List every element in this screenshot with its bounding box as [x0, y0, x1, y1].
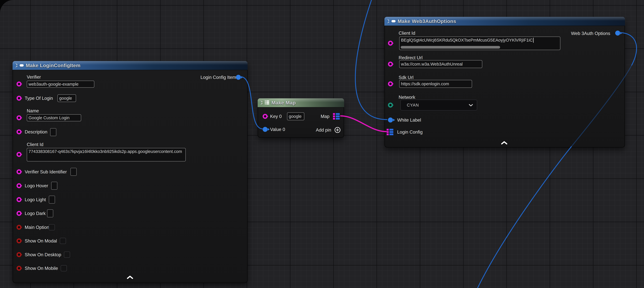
input-pin-login-config[interactable]	[387, 129, 393, 135]
pin-label-redirect-url: Redirect Url	[398, 55, 422, 61]
wire-web3authoptions-out-c[interactable]	[477, 147, 571, 288]
pin-label-verifier: Verifier	[27, 74, 41, 80]
pin-label-white-label: White Label	[397, 117, 421, 123]
collapse-node-chevron-icon[interactable]	[127, 275, 133, 279]
pin-label-logo-dark: Logo Dark	[25, 211, 46, 216]
logo-light-input[interactable]	[49, 196, 55, 204]
input-pin-show-on-mobile[interactable]	[16, 266, 22, 271]
node-make-web3authoptions[interactable]: ↘↗ Make Web3AuthOptions Web 3Auth Option…	[384, 17, 625, 148]
collapse-arrows-icon: ↘↗	[387, 19, 390, 24]
node-make-loginconfigitem[interactable]: ↘↗ Make LoginConfigItem Login Config Ite…	[12, 61, 248, 283]
pin-label-key-0: Key 0	[270, 114, 282, 119]
network-selected-value: CYAN	[407, 103, 419, 108]
pin-label-login-config: Login Config	[397, 129, 422, 135]
type-of-login-input[interactable]: google	[58, 94, 76, 102]
client-id-input[interactable]: 774338308167-q463s7kpvja16l4l0kko3nb925i…	[27, 148, 186, 161]
input-pin-verifier-sub-identifier[interactable]	[16, 169, 22, 174]
map-list-icon	[265, 100, 269, 105]
wire-offscreen-to-white-label[interactable]	[355, 0, 387, 120]
logo-dark-input[interactable]	[47, 209, 53, 217]
show-on-modal-checkbox[interactable]	[60, 238, 66, 244]
node-make-map[interactable]: ↘↗ Make Map Key 0 google Map Value 0 Add…	[258, 98, 344, 138]
collapse-node-chevron-icon[interactable]	[501, 141, 508, 145]
make-struct-icon	[20, 64, 24, 67]
node-title: Make LoginConfigItem	[26, 63, 80, 68]
logo-hover-input[interactable]	[51, 182, 57, 190]
verifier-input[interactable]: web3auth-google-example	[27, 81, 94, 88]
add-pin-label: Add pin	[316, 127, 331, 133]
output-pin-web3auth-options[interactable]	[615, 31, 620, 36]
input-pin-client-id[interactable]	[16, 152, 22, 157]
pin-label-client-id: Client Id	[398, 31, 415, 36]
input-pin-network[interactable]	[388, 103, 393, 108]
node-header-make-loginconfigitem[interactable]: ↘↗ Make LoginConfigItem	[12, 61, 248, 70]
pin-label-show-on-mobile: Show On Mobile	[25, 266, 58, 271]
node-header-make-map[interactable]: ↘↗ Make Map	[258, 98, 344, 107]
client-id-text: BEglQSgt4cUWcj6SKRdu5QkOXTsePmMcusG5EAoy…	[401, 38, 533, 43]
input-pin-logo-hover[interactable]	[16, 183, 22, 188]
input-pin-logo-dark[interactable]	[16, 211, 22, 216]
input-pin-value-0[interactable]	[263, 127, 268, 132]
output-pin-map[interactable]	[333, 113, 340, 120]
input-pin-verifier[interactable]	[16, 82, 22, 87]
make-struct-icon	[392, 20, 396, 22]
input-pin-logo-light[interactable]	[16, 197, 22, 202]
text-cursor	[533, 38, 534, 43]
pin-label-value-0: Value 0	[270, 127, 285, 132]
show-on-desktop-checkbox[interactable]	[64, 251, 70, 258]
pin-label-type-of-login: Type Of Login	[25, 96, 53, 101]
input-pin-redirect-url[interactable]	[388, 62, 393, 67]
input-pin-type-of-login[interactable]	[16, 96, 22, 101]
pin-label-network: Network	[398, 95, 415, 100]
pin-label-map: Map	[321, 114, 330, 119]
wire-map-to-login-config[interactable]	[341, 116, 386, 132]
input-pin-key-0[interactable]	[263, 114, 268, 119]
input-pin-description[interactable]	[16, 129, 22, 134]
pin-label-main-option: Main Option	[25, 225, 49, 230]
description-input[interactable]	[50, 128, 56, 136]
show-on-mobile-checkbox[interactable]	[61, 265, 67, 271]
pin-label-name: Name	[27, 108, 39, 114]
sdk-url-input[interactable]: https://sdk.openlogin.com	[399, 80, 472, 88]
pin-label-sdk-url: Sdk Url	[398, 75, 414, 80]
input-pin-show-on-desktop[interactable]	[16, 252, 22, 257]
node-header-make-web3authoptions[interactable]: ↘↗ Make Web3AuthOptions	[384, 17, 625, 26]
pin-label-verifier-sub-identifier: Verifier Sub Identifier	[25, 169, 67, 175]
pin-label-show-on-modal: Show On Modal	[25, 238, 57, 244]
pin-label-client-id: Client Id	[27, 142, 44, 147]
input-pin-main-option[interactable]	[16, 225, 22, 230]
add-pin-button[interactable]	[334, 127, 340, 133]
name-input[interactable]: Google Custom Login	[27, 114, 81, 121]
input-pin-white-label[interactable]	[388, 118, 393, 123]
blueprint-canvas[interactable]: ↘↗ Make LoginConfigItem Login Config Ite…	[0, 0, 644, 288]
node-title: Make Web3AuthOptions	[398, 19, 456, 24]
collapse-arrows-icon: ↘↗	[15, 63, 18, 68]
pin-label-description: Description	[25, 129, 48, 135]
network-dropdown[interactable]: CYAN	[400, 100, 477, 111]
verifier-sub-identifier-input[interactable]	[70, 168, 76, 176]
node-title: Make Map	[272, 100, 296, 106]
chevron-down-icon	[469, 103, 473, 108]
pin-label-logo-light: Logo Light	[25, 197, 46, 202]
input-pin-name[interactable]	[16, 115, 22, 120]
output-pin-label: Web 3Auth Options	[571, 31, 610, 36]
input-pin-client-id[interactable]	[388, 41, 393, 46]
client-id-input[interactable]: BEglQSgt4cUWcj6SKRdu5QkOXTsePmMcusG5EAoy…	[399, 37, 560, 50]
pin-label-logo-hover: Logo Hover	[25, 183, 48, 188]
output-pin-login-config-item[interactable]	[236, 75, 241, 80]
input-scrollbar[interactable]	[401, 46, 500, 49]
redirect-url-input[interactable]: w3a://com.w3a.Web3AuthUnreal	[399, 60, 482, 68]
main-option-checkbox[interactable]	[49, 224, 55, 230]
output-pin-label: Login Config Item	[200, 75, 236, 80]
collapse-arrows-icon: ↘↗	[260, 100, 263, 105]
pin-label-show-on-desktop: Show On Desktop	[25, 252, 61, 257]
input-pin-sdk-url[interactable]	[388, 81, 393, 86]
key-0-input[interactable]: google	[287, 112, 304, 120]
input-pin-show-on-modal[interactable]	[16, 238, 22, 243]
